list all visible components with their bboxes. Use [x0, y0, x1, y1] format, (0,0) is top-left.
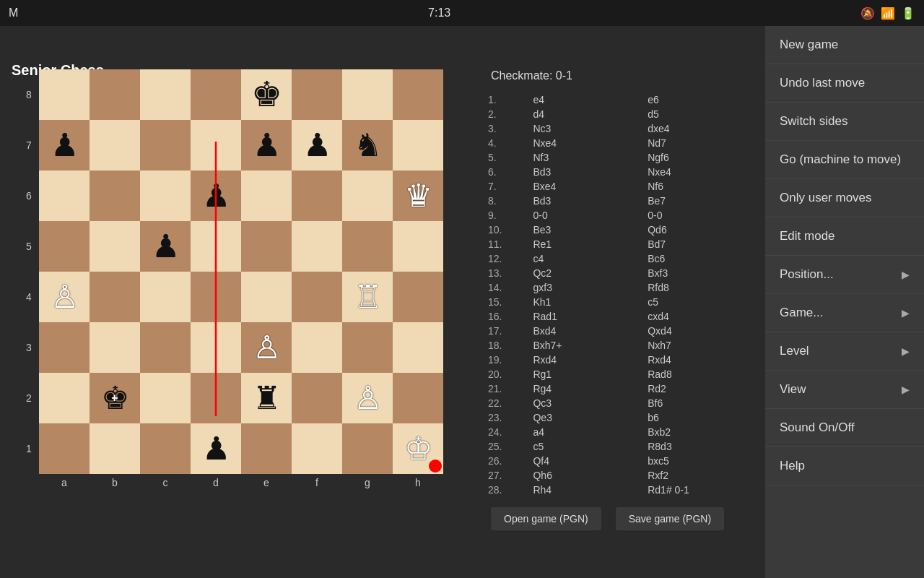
- move-black-8[interactable]: Be7: [643, 194, 758, 208]
- menu-item-undo-last-move[interactable]: Undo last move: [765, 64, 924, 103]
- square-b4[interactable]: [90, 272, 140, 322]
- move-black-10[interactable]: Qd6: [643, 223, 758, 237]
- move-black-24[interactable]: Bxb2: [643, 425, 758, 439]
- move-white-4[interactable]: Nxe4: [528, 136, 643, 150]
- move-black-21[interactable]: Rd2: [643, 381, 758, 396]
- square-c4[interactable]: [140, 272, 191, 322]
- move-black-26[interactable]: bxc5: [643, 454, 758, 468]
- square-c7[interactable]: [140, 120, 191, 171]
- move-black-13[interactable]: Bxf3: [643, 266, 758, 280]
- square-a5[interactable]: [39, 221, 90, 272]
- move-white-14[interactable]: gxf3: [528, 280, 643, 295]
- move-white-25[interactable]: c5: [528, 439, 643, 454]
- square-d7[interactable]: [191, 120, 241, 171]
- square-d8[interactable]: [191, 69, 241, 120]
- move-white-27[interactable]: Qh6: [528, 468, 643, 483]
- move-black-28[interactable]: Rd1# 0-1: [643, 483, 758, 497]
- square-f1[interactable]: [292, 423, 342, 474]
- move-black-9[interactable]: 0-0: [643, 208, 758, 223]
- square-b3[interactable]: [90, 322, 140, 373]
- move-white-7[interactable]: Bxe4: [528, 179, 643, 194]
- menu-item-help[interactable]: Help: [765, 447, 924, 486]
- move-black-6[interactable]: Nxe4: [643, 165, 758, 179]
- square-e1[interactable]: [241, 423, 292, 474]
- square-g4[interactable]: ♖: [342, 272, 393, 322]
- square-c1[interactable]: [140, 423, 191, 474]
- move-black-14[interactable]: Rfd8: [643, 280, 758, 295]
- move-black-12[interactable]: Bc6: [643, 251, 758, 266]
- move-white-28[interactable]: Rh4: [528, 483, 643, 497]
- square-b1[interactable]: [90, 423, 140, 474]
- square-a6[interactable]: [39, 171, 90, 221]
- square-c2[interactable]: [140, 373, 191, 423]
- square-g3[interactable]: [342, 322, 393, 373]
- move-white-13[interactable]: Qc2: [528, 266, 643, 280]
- square-d2[interactable]: [191, 373, 241, 423]
- move-black-7[interactable]: Nf6: [643, 179, 758, 194]
- move-white-26[interactable]: Qf4: [528, 454, 643, 468]
- move-black-1[interactable]: e6: [643, 92, 758, 107]
- square-d5[interactable]: [191, 221, 241, 272]
- move-black-25[interactable]: R8d3: [643, 439, 758, 454]
- move-white-10[interactable]: Be3: [528, 223, 643, 237]
- move-black-3[interactable]: dxe4: [643, 121, 758, 136]
- move-white-1[interactable]: e4: [528, 92, 643, 107]
- open-pgn-button[interactable]: Open game (PGN): [491, 507, 601, 530]
- move-black-15[interactable]: c5: [643, 295, 758, 309]
- menu-item-level[interactable]: Level ▶: [765, 332, 924, 371]
- move-black-20[interactable]: Rad8: [643, 367, 758, 381]
- square-h8[interactable]: [393, 69, 443, 120]
- move-black-18[interactable]: Nxh7: [643, 338, 758, 353]
- square-d6[interactable]: ♟: [191, 171, 241, 221]
- move-black-5[interactable]: Ngf6: [643, 150, 758, 165]
- menu-item-go-machine[interactable]: Go (machine to move): [765, 141, 924, 179]
- move-white-19[interactable]: Rxd4: [528, 353, 643, 367]
- square-b5[interactable]: [90, 221, 140, 272]
- square-d3[interactable]: [191, 322, 241, 373]
- square-g5[interactable]: [342, 221, 393, 272]
- move-white-22[interactable]: Qc3: [528, 396, 643, 410]
- menu-item-game[interactable]: Game... ▶: [765, 294, 924, 332]
- square-b8[interactable]: [90, 69, 140, 120]
- save-pgn-button[interactable]: Save game (PGN): [616, 507, 724, 530]
- square-g7[interactable]: ♞: [342, 120, 393, 171]
- square-a3[interactable]: [39, 322, 90, 373]
- move-black-4[interactable]: Nd7: [643, 136, 758, 150]
- square-e8[interactable]: ♚: [241, 69, 292, 120]
- move-white-8[interactable]: Bd3: [528, 194, 643, 208]
- square-f8[interactable]: [292, 69, 342, 120]
- square-g8[interactable]: [342, 69, 393, 120]
- square-e6[interactable]: [241, 171, 292, 221]
- menu-item-sound-onoff[interactable]: Sound On/Off: [765, 409, 924, 447]
- square-e4[interactable]: [241, 272, 292, 322]
- square-h4[interactable]: [393, 272, 443, 322]
- square-d4[interactable]: [191, 272, 241, 322]
- square-f3[interactable]: [292, 322, 342, 373]
- move-black-2[interactable]: d5: [643, 107, 758, 121]
- square-e5[interactable]: [241, 221, 292, 272]
- square-h7[interactable]: [393, 120, 443, 171]
- square-a7[interactable]: ♟: [39, 120, 90, 171]
- move-white-20[interactable]: Rg1: [528, 367, 643, 381]
- square-b7[interactable]: [90, 120, 140, 171]
- move-black-23[interactable]: b6: [643, 410, 758, 425]
- move-white-3[interactable]: Nc3: [528, 121, 643, 136]
- square-h3[interactable]: [393, 322, 443, 373]
- menu-item-view[interactable]: View ▶: [765, 371, 924, 409]
- square-h1[interactable]: ♔: [393, 423, 443, 474]
- square-b6[interactable]: [90, 171, 140, 221]
- square-f4[interactable]: [292, 272, 342, 322]
- move-white-16[interactable]: Rad1: [528, 309, 643, 324]
- square-a4[interactable]: ♙: [39, 272, 90, 322]
- square-c3[interactable]: [140, 322, 191, 373]
- square-g6[interactable]: [342, 171, 393, 221]
- square-e7[interactable]: ♟: [241, 120, 292, 171]
- square-b2[interactable]: ♚+: [90, 373, 140, 423]
- square-c8[interactable]: [140, 69, 191, 120]
- square-h2[interactable]: [393, 373, 443, 423]
- square-f5[interactable]: [292, 221, 342, 272]
- move-black-22[interactable]: Bf6: [643, 396, 758, 410]
- move-white-18[interactable]: Bxh7+: [528, 338, 643, 353]
- move-white-24[interactable]: a4: [528, 425, 643, 439]
- chessboard[interactable]: ♚ ♟ ♟ ♟ ♞ ♟: [39, 69, 443, 474]
